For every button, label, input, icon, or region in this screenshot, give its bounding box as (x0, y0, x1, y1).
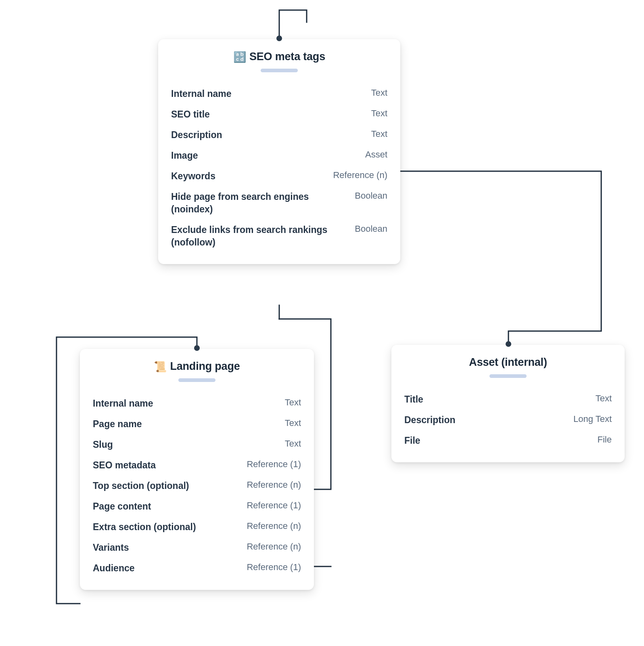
field-type: File (598, 434, 612, 445)
field-row[interactable]: KeywordsReference (n) (171, 166, 387, 187)
card-header: 📜 Landing page (93, 360, 301, 382)
field-label: Page name (93, 418, 275, 430)
field-row[interactable]: Top section (optional)Reference (n) (93, 476, 301, 496)
field-label: Description (171, 129, 362, 141)
field-row[interactable]: Extra section (optional)Reference (n) (93, 517, 301, 537)
field-type: Boolean (355, 191, 387, 201)
field-row[interactable]: SlugText (93, 434, 301, 455)
field-row[interactable]: Hide page from search engines (noindex)B… (171, 187, 387, 220)
card-title-row: 📜 Landing page (154, 360, 240, 373)
field-type: Reference (1) (247, 562, 301, 573)
field-list: Internal nameTextSEO titleTextDescriptio… (171, 84, 387, 253)
field-row[interactable]: TitleText (404, 389, 612, 410)
field-label: Audience (93, 562, 237, 575)
drag-handle[interactable] (261, 69, 298, 72)
field-type: Reference (n) (247, 480, 301, 490)
model-card-seo-meta-tags[interactable]: 🔡 SEO meta tags Internal nameTextSEO tit… (158, 39, 400, 264)
card-top-port[interactable] (276, 36, 282, 41)
card-header: Asset (internal) (404, 356, 612, 378)
field-label: Title (404, 393, 586, 406)
field-type: Long Text (573, 414, 612, 424)
field-label: Top section (optional) (93, 480, 237, 492)
field-label: Extra section (optional) (93, 521, 237, 533)
field-list: Internal nameTextPage nameTextSlugTextSE… (93, 393, 301, 579)
model-card-asset-internal[interactable]: Asset (internal) TitleTextDescriptionLon… (391, 345, 625, 462)
edge (400, 171, 601, 344)
field-row[interactable]: Page nameText (93, 414, 301, 434)
card-top-port[interactable] (194, 345, 200, 351)
field-row[interactable]: DescriptionText (171, 125, 387, 145)
diagram-canvas[interactable]: 🔡 SEO meta tags Internal nameTextSEO tit… (0, 0, 644, 646)
field-row[interactable]: Exclude links from search rankings (nofo… (171, 220, 387, 253)
field-type: Text (371, 88, 387, 98)
field-label: Variants (93, 541, 237, 554)
edge (279, 10, 307, 38)
field-type: Reference (n) (247, 541, 301, 552)
field-list: TitleTextDescriptionLong TextFileFile (404, 389, 612, 451)
field-row[interactable]: FileFile (404, 430, 612, 451)
card-top-port[interactable] (506, 341, 511, 347)
field-label: Page content (93, 500, 237, 513)
drag-handle[interactable] (178, 378, 215, 382)
field-label: File (404, 434, 588, 447)
card-title-row: 🔡 SEO meta tags (233, 50, 325, 63)
card-title: SEO meta tags (249, 50, 325, 63)
field-label: SEO title (171, 108, 362, 121)
field-label: Hide page from search engines (noindex) (171, 191, 345, 216)
field-label: Slug (93, 438, 275, 451)
field-label: Exclude links from search rankings (nofo… (171, 224, 345, 249)
field-row[interactable]: AudienceReference (1) (93, 558, 301, 579)
field-row[interactable]: DescriptionLong Text (404, 410, 612, 430)
drag-handle[interactable] (489, 374, 527, 378)
field-type: Reference (1) (247, 500, 301, 511)
field-type: Reference (1) (247, 459, 301, 470)
field-row[interactable]: Page contentReference (1) (93, 496, 301, 517)
field-label: Keywords (171, 170, 323, 182)
field-type: Text (371, 129, 387, 139)
field-type: Reference (n) (247, 521, 301, 531)
field-row[interactable]: VariantsReference (n) (93, 537, 301, 558)
field-type: Text (285, 438, 301, 449)
field-label: Internal name (93, 397, 275, 410)
field-row[interactable]: ImageAsset (171, 145, 387, 166)
field-row[interactable]: Internal nameText (171, 84, 387, 104)
field-row[interactable]: SEO metadataReference (1) (93, 455, 301, 476)
field-type: Reference (n) (333, 170, 387, 180)
model-card-landing-page[interactable]: 📜 Landing page Internal nameTextPage nam… (80, 349, 314, 590)
field-type: Text (371, 108, 387, 119)
field-type: Text (285, 418, 301, 428)
field-type: Boolean (355, 224, 387, 234)
field-row[interactable]: SEO titleText (171, 104, 387, 125)
field-type: Text (285, 397, 301, 408)
field-label: Description (404, 414, 564, 426)
card-title: Asset (internal) (469, 356, 547, 369)
field-type: Asset (365, 149, 387, 160)
field-row[interactable]: Internal nameText (93, 393, 301, 414)
card-title-row: Asset (internal) (469, 356, 547, 369)
card-icon: 📜 (154, 361, 167, 372)
card-icon: 🔡 (233, 52, 246, 62)
field-label: Internal name (171, 88, 362, 100)
card-header: 🔡 SEO meta tags (171, 50, 387, 72)
field-type: Text (596, 393, 612, 404)
card-title: Landing page (170, 360, 240, 373)
field-label: Image (171, 149, 355, 162)
field-label: SEO metadata (93, 459, 237, 472)
